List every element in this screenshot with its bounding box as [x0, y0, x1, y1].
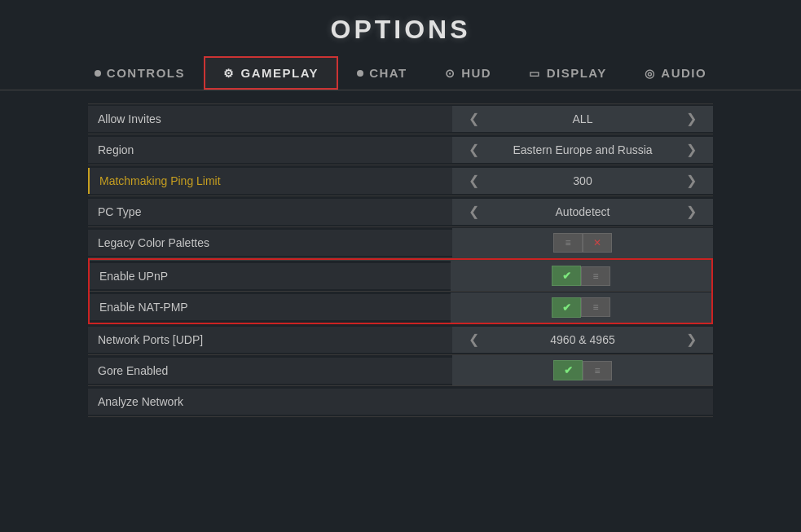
- row-legacy-color: Legacy Color Palettes ≡ ✕: [88, 227, 713, 258]
- value-allow-invites: ❮ ALL ❯: [452, 106, 713, 132]
- tab-chat[interactable]: CHAT: [338, 57, 426, 89]
- label-gore-enabled: Gore Enabled: [88, 358, 452, 384]
- toggle-check-upnp: ✔: [552, 266, 581, 286]
- toggle-check-nat: ✔: [552, 297, 581, 318]
- label-analyze-network: Analyze Network: [88, 389, 713, 415]
- arrow-right-ping[interactable]: ❯: [680, 173, 703, 189]
- value-pc-type: ❮ Autodetect ❯: [452, 199, 713, 225]
- row-gore-enabled: Gore Enabled ✔ ≡: [88, 355, 713, 386]
- label-network-ports: Network Ports [UDP]: [88, 327, 452, 353]
- toggle-legacy-color[interactable]: ≡ ✕: [553, 233, 612, 253]
- row-matchmaking-ping: Matchmaking Ping Limit ❮ 300 ❯: [88, 165, 713, 196]
- arrow-right-allow-invites[interactable]: ❯: [680, 111, 703, 127]
- value-enable-nat: ✔ ≡: [451, 292, 711, 323]
- row-pc-type: PC Type ❮ Autodetect ❯: [88, 196, 713, 227]
- content-area: Allow Invites ❮ ALL ❯ Region ❮ Eastern E…: [0, 90, 801, 430]
- label-legacy-color: Legacy Color Palettes: [88, 230, 452, 256]
- toggle-check-gore: ✔: [553, 360, 583, 380]
- label-pc-type: PC Type: [88, 199, 452, 225]
- tab-audio[interactable]: ◎ AUDIO: [626, 57, 725, 89]
- value-legacy-color: ≡ ✕: [452, 228, 713, 257]
- gear-icon: ⚙: [223, 67, 235, 80]
- toggle-lines-gore: ≡: [583, 361, 612, 380]
- label-region: Region: [88, 137, 452, 163]
- toggle-lines-nat: ≡: [581, 297, 610, 317]
- speaker-icon: ◎: [645, 67, 656, 80]
- value-region: ❮ Eastern Europe and Russia ❯: [452, 137, 713, 163]
- arrow-left-region[interactable]: ❮: [462, 142, 486, 158]
- label-matchmaking-ping: Matchmaking Ping Limit: [88, 168, 452, 194]
- tab-label: DISPLAY: [547, 66, 607, 80]
- row-allow-invites: Allow Invites ❮ ALL ❯: [88, 103, 713, 134]
- tab-controls[interactable]: CONTROLS: [76, 57, 204, 89]
- value-text-pc-type: Autodetect: [492, 205, 673, 218]
- value-matchmaking-ping: ❮ 300 ❯: [452, 168, 713, 194]
- toggle-lines-upnp: ≡: [581, 266, 610, 286]
- row-enable-nat: Enable NAT-PMP ✔ ≡: [90, 292, 711, 323]
- page-container: OPTIONS CONTROLS ⚙ GAMEPLAY CHAT ⊙ HUD ▭…: [0, 0, 801, 430]
- row-enable-upnp: Enable UPnP ✔ ≡: [90, 260, 711, 292]
- value-enable-upnp: ✔ ≡: [451, 261, 711, 291]
- tab-label: CONTROLS: [107, 66, 185, 80]
- toggle-upnp[interactable]: ✔ ≡: [552, 266, 610, 286]
- value-text-allow-invites: ALL: [492, 112, 673, 125]
- nav-tabs: CONTROLS ⚙ GAMEPLAY CHAT ⊙ HUD ▭ DISPLAY…: [0, 56, 801, 90]
- monitor-icon: ▭: [529, 67, 541, 80]
- circle-icon: ⊙: [445, 67, 456, 80]
- dot-icon: [95, 70, 101, 77]
- arrow-left-ports[interactable]: ❮: [462, 332, 486, 348]
- page-title: OPTIONS: [0, 0, 801, 56]
- value-network-ports: ❮ 4960 & 4965 ❯: [452, 327, 713, 353]
- arrow-right-region[interactable]: ❯: [680, 142, 703, 158]
- tab-label: HUD: [461, 66, 491, 80]
- tab-label: GAMEPLAY: [241, 66, 319, 80]
- toggle-lines-legacy: ≡: [553, 233, 583, 253]
- arrow-left-pc-type[interactable]: ❮: [462, 204, 486, 220]
- arrow-left-allow-invites[interactable]: ❮: [462, 111, 486, 127]
- arrow-left-ping[interactable]: ❮: [462, 173, 486, 189]
- row-region: Region ❮ Eastern Europe and Russia ❯: [88, 134, 713, 165]
- value-text-ping: 300: [492, 174, 673, 187]
- tab-label: AUDIO: [661, 66, 706, 80]
- value-text-ports: 4960 & 4965: [492, 333, 673, 346]
- label-allow-invites: Allow Invites: [88, 106, 452, 132]
- label-enable-upnp: Enable UPnP: [90, 263, 451, 289]
- toggle-nat[interactable]: ✔ ≡: [552, 297, 610, 318]
- toggle-x-legacy: ✕: [583, 233, 612, 253]
- dot-icon: [357, 70, 363, 77]
- value-gore-enabled: ✔ ≡: [452, 355, 713, 385]
- tab-label: CHAT: [369, 66, 407, 80]
- row-analyze-network: Analyze Network: [88, 386, 713, 417]
- tab-gameplay[interactable]: ⚙ GAMEPLAY: [204, 56, 338, 90]
- red-group-upnp: Enable UPnP ✔ ≡ Enable NAT-PMP ✔ ≡: [88, 258, 713, 324]
- row-network-ports: Network Ports [UDP] ❮ 4960 & 4965 ❯: [88, 324, 713, 355]
- value-text-region: Eastern Europe and Russia: [492, 143, 673, 156]
- toggle-gore[interactable]: ✔ ≡: [553, 360, 612, 380]
- tab-display[interactable]: ▭ DISPLAY: [510, 57, 626, 89]
- arrow-right-pc-type[interactable]: ❯: [680, 204, 703, 220]
- label-enable-nat: Enable NAT-PMP: [90, 294, 451, 320]
- tab-hud[interactable]: ⊙ HUD: [426, 57, 511, 89]
- arrow-right-ports[interactable]: ❯: [680, 332, 703, 348]
